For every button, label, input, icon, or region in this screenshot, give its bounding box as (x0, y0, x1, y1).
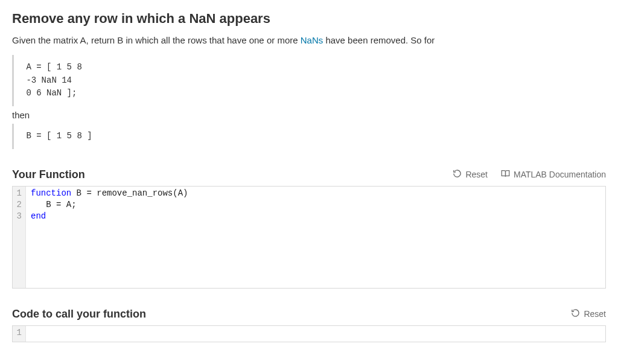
matlab-docs-button[interactable]: MATLAB Documentation (501, 169, 606, 180)
reset-label: Reset (465, 170, 488, 179)
call-code[interactable] (26, 326, 605, 342)
your-function-actions: Reset MATLAB Documentation (453, 169, 606, 180)
function-editor[interactable]: 1 2 3 function B = remove_nan_rows(A) B … (12, 186, 606, 289)
desc-post: have been removed. So for (323, 35, 435, 45)
function-code[interactable]: function B = remove_nan_rows(A) B = A; e… (26, 187, 605, 288)
your-function-header: Your Function Reset MATLAB Documentation (12, 168, 606, 181)
reset-icon (453, 169, 462, 180)
function-gutter: 1 2 3 (13, 187, 26, 288)
page-title: Remove any row in which a NaN appears (12, 11, 606, 27)
reset-button[interactable]: Reset (453, 169, 488, 180)
line-number: 1 (15, 188, 22, 199)
reset-icon (571, 308, 580, 319)
line-number: 3 (15, 211, 22, 222)
desc-pre: Given the matrix A, return B in which al… (12, 35, 301, 45)
your-function-title: Your Function (12, 168, 85, 181)
call-code-header: Code to call your function Reset (12, 308, 606, 321)
matlab-docs-label: MATLAB Documentation (514, 170, 606, 179)
call-gutter: 1 (13, 326, 26, 342)
nan-link[interactable]: NaNs (301, 35, 323, 45)
book-icon (501, 169, 510, 180)
example-code-a: A = [ 1 5 8 -3 NaN 14 0 6 NaN ]; (12, 55, 606, 106)
reset-label: Reset (584, 309, 606, 319)
call-editor[interactable]: 1 (12, 325, 606, 342)
code-text: B = remove_nan_rows(A) (71, 188, 188, 198)
problem-description: Given the matrix A, return B in which al… (12, 34, 606, 46)
reset-button[interactable]: Reset (571, 308, 606, 319)
line-number: 1 (15, 327, 22, 339)
code-text: B = A; (31, 200, 77, 209)
call-code-title: Code to call your function (12, 308, 146, 321)
line-number: 2 (15, 199, 22, 211)
then-text: then (12, 110, 606, 120)
call-code-actions: Reset (571, 308, 606, 319)
keyword: function (31, 188, 71, 198)
keyword: end (31, 211, 46, 221)
example-code-b: B = [ 1 5 8 ] (12, 124, 606, 149)
